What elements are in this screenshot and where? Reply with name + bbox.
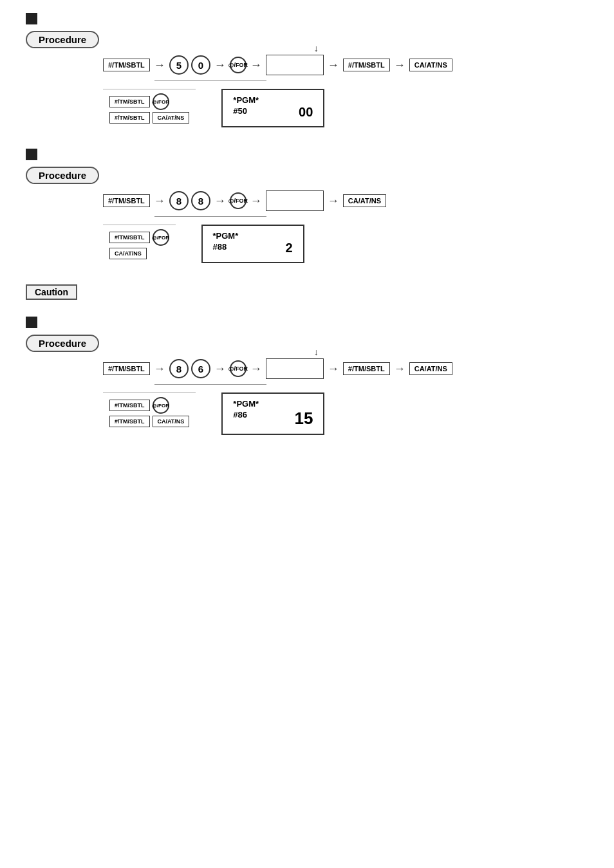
key-for-3: @/FOR xyxy=(230,360,247,377)
kd-for-1: @/FOR xyxy=(153,93,169,110)
key-row-2b: CA/AT/NS xyxy=(109,248,169,259)
display-3: *PGM* #86 15 xyxy=(221,392,324,435)
section-1: Procedure #/TM/SBTL → 5 0 → @/FOR → ↓ → … xyxy=(26,13,588,129)
key-for-1: @/FOR xyxy=(230,57,247,73)
sep-3 xyxy=(154,384,266,385)
num-8c: 8 xyxy=(169,359,189,378)
num-6: 6 xyxy=(191,359,210,378)
arrow-5: → xyxy=(394,59,405,72)
kd-tmstbl-5: #/TM/SBTL xyxy=(109,400,150,411)
input-box-2 xyxy=(266,190,324,211)
display-2: *PGM* #88 2 xyxy=(201,225,304,263)
arrow-11: → xyxy=(214,362,226,376)
arrow-7: → xyxy=(214,194,226,208)
section-2: Procedure #/TM/SBTL → 8 8 → @/FOR → → CA… xyxy=(26,149,588,265)
key-caatns-2: CA/AT/NS xyxy=(343,194,386,207)
display-value-1: 00 xyxy=(299,105,313,120)
display-1: *PGM* #50 00 xyxy=(221,89,324,127)
key-tmstbl-2: #/TM/SBTL xyxy=(343,59,390,71)
display-number-2: #88 xyxy=(213,242,227,252)
kd-caatns-3: CA/AT/NS xyxy=(153,416,190,427)
sep-2 xyxy=(154,216,266,217)
section-marker-1 xyxy=(26,13,37,24)
key-row-1a: #/TM/SBTL @/FOR xyxy=(109,93,189,110)
display-number-1: #50 xyxy=(233,106,247,116)
key-tmstbl-1: #/TM/SBTL xyxy=(103,59,150,71)
arrow-down-3: ↓ xyxy=(314,347,319,357)
key-caatns-3: CA/AT/NS xyxy=(409,362,452,375)
kd-tmstbl-3: #/TM/SBTL xyxy=(109,232,150,243)
display-num-val-3: #86 15 xyxy=(233,409,313,420)
display-title-3: *PGM* xyxy=(233,399,313,409)
input-box-1: ↓ xyxy=(266,55,324,75)
display-number-3: #86 xyxy=(233,410,247,420)
key-diagram-2: #/TM/SBTL @/FOR CA/AT/NS xyxy=(103,225,176,265)
arrow-6: → xyxy=(154,194,165,208)
flow-diagram-1: #/TM/SBTL → 5 0 → @/FOR → ↓ → #/TM/SBTL … xyxy=(103,55,588,75)
key-row-3a: #/TM/SBTL @/FOR xyxy=(109,397,189,414)
arrow-10: → xyxy=(154,362,165,376)
key-tmstbl-6: #/TM/SBTL xyxy=(343,362,390,375)
arrow-12: → xyxy=(250,362,262,376)
key-tmstbl-3: #/TM/SBTL xyxy=(103,194,150,207)
key-diagram-1: #/TM/SBTL @/FOR #/TM/SBTL CA/AT/NS xyxy=(103,89,196,129)
kd-tmstbl-6: #/TM/SBTL xyxy=(109,416,150,427)
num-0: 0 xyxy=(191,55,210,75)
input-box-3: ↓ xyxy=(266,358,324,379)
num-8a: 8 xyxy=(169,191,189,210)
caution-badge: Caution xyxy=(26,284,77,300)
arrow-8: → xyxy=(250,194,262,208)
flow-diagram-2: #/TM/SBTL → 8 8 → @/FOR → → CA/AT/NS xyxy=(103,190,588,211)
display-title-2: *PGM* xyxy=(213,231,293,241)
procedure-badge-3: Procedure xyxy=(26,335,99,352)
kd-caatns-2: CA/AT/NS xyxy=(109,248,147,259)
diagram-row-1: #/TM/SBTL @/FOR #/TM/SBTL CA/AT/NS *PGM*… xyxy=(103,89,588,129)
arrow-9: → xyxy=(328,194,339,208)
diagram-row-2: #/TM/SBTL @/FOR CA/AT/NS *PGM* #88 2 xyxy=(103,225,588,265)
kd-for-3: @/FOR xyxy=(153,397,169,414)
kd-tmstbl-2: #/TM/SBTL xyxy=(109,112,150,124)
key-caatns-1: CA/AT/NS xyxy=(409,59,452,71)
procedure-badge-2: Procedure xyxy=(26,167,99,184)
key-for-2: @/FOR xyxy=(230,192,247,209)
caution-section: Caution xyxy=(26,284,588,304)
arrow-down-1: ↓ xyxy=(314,43,319,53)
display-num-val-1: #50 00 xyxy=(233,105,313,116)
key-row-1b: #/TM/SBTL CA/AT/NS xyxy=(109,112,189,124)
kd-tmstbl-1: #/TM/SBTL xyxy=(109,96,150,107)
diagram-row-3: #/TM/SBTL @/FOR #/TM/SBTL CA/AT/NS *PGM*… xyxy=(103,392,588,435)
display-num-val-2: #88 2 xyxy=(213,241,293,252)
arrow-13: → xyxy=(328,362,339,376)
display-value-3: 15 xyxy=(294,409,313,429)
arrow-2: → xyxy=(214,59,226,72)
arrow-1: → xyxy=(154,59,165,72)
num-8b: 8 xyxy=(191,191,210,210)
num-5: 5 xyxy=(169,55,189,75)
display-value-2: 2 xyxy=(285,241,292,255)
key-tmstbl-5: #/TM/SBTL xyxy=(103,362,150,375)
key-diagram-3: #/TM/SBTL @/FOR #/TM/SBTL CA/AT/NS xyxy=(103,392,196,433)
section-marker-2 xyxy=(26,149,37,160)
procedure-badge-1: Procedure xyxy=(26,31,99,48)
arrow-4: → xyxy=(328,59,339,72)
key-row-2a: #/TM/SBTL @/FOR xyxy=(109,229,169,246)
section-marker-3 xyxy=(26,317,37,328)
display-title-1: *PGM* xyxy=(233,95,313,105)
kd-for-2: @/FOR xyxy=(153,229,169,246)
key-row-3b: #/TM/SBTL CA/AT/NS xyxy=(109,416,189,427)
section-3: Procedure #/TM/SBTL → 8 6 → @/FOR → ↓ → … xyxy=(26,317,588,435)
arrow-3: → xyxy=(250,59,262,72)
arrow-14: → xyxy=(394,362,405,376)
sep-1 xyxy=(154,80,266,81)
flow-diagram-3: #/TM/SBTL → 8 6 → @/FOR → ↓ → #/TM/SBTL … xyxy=(103,358,588,379)
kd-caatns-1: CA/AT/NS xyxy=(153,112,190,124)
